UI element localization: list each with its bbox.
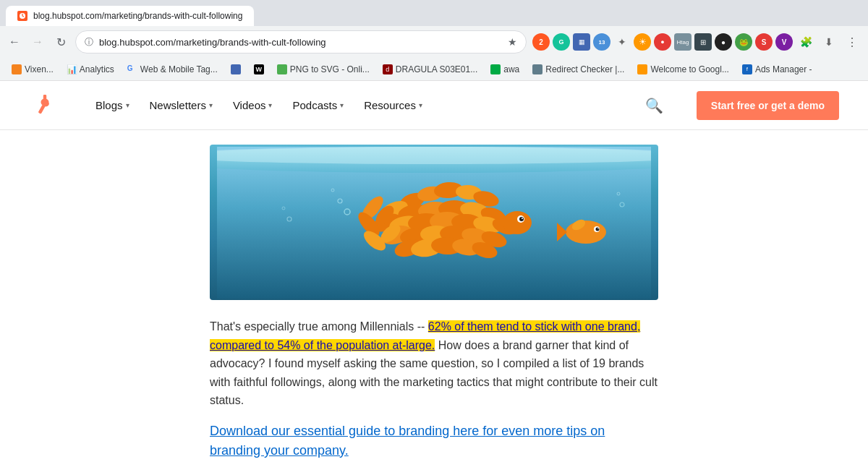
nav-resources[interactable]: Resources ▾ bbox=[355, 93, 431, 117]
site-wrapper: Blogs ▾ Newsletters ▾ Videos ▾ Podcasts … bbox=[0, 81, 868, 475]
nav-newsletters[interactable]: Newsletters ▾ bbox=[141, 93, 221, 117]
address-text: blog.hubspot.com/marketing/brands-with-c… bbox=[99, 37, 502, 48]
ext-grammarly-icon[interactable]: G bbox=[553, 33, 570, 51]
bookmark-favicon bbox=[12, 64, 22, 74]
tab-favicon bbox=[17, 11, 27, 21]
ext-hubspot-icon[interactable]: 2 bbox=[532, 33, 550, 51]
active-tab[interactable]: blog.hubspot.com/marketing/brands-with-c… bbox=[6, 6, 254, 26]
svg-point-48 bbox=[597, 228, 599, 229]
nav-podcasts-label: Podcasts bbox=[292, 99, 337, 111]
nav-resources-label: Resources bbox=[364, 99, 416, 111]
ext-shield-icon[interactable]: 13 bbox=[593, 33, 610, 51]
png-favicon bbox=[277, 64, 287, 74]
cta-button[interactable]: Start free or get a demo bbox=[697, 91, 839, 120]
ext-sun-icon[interactable]: ☀ bbox=[634, 33, 651, 51]
bookmark-google-tag[interactable]: G Web & Mobile Tag... bbox=[122, 61, 224, 78]
videos-chevron-icon: ▾ bbox=[268, 101, 272, 109]
bookmark-redirect[interactable]: Redirect Checker |... bbox=[527, 61, 630, 78]
bookmark-awa[interactable]: awa bbox=[485, 61, 525, 78]
tab-bar: blog.hubspot.com/marketing/brands-with-c… bbox=[0, 0, 868, 26]
fish-illustration bbox=[217, 147, 651, 299]
bookmark-ads-manager-label: Ads Manager - bbox=[755, 64, 812, 74]
bookmark-w[interactable]: W bbox=[248, 61, 270, 78]
bookmark-ads-manager[interactable]: f Ads Manager - bbox=[736, 61, 818, 78]
bookmark-google-label: Web & Mobile Tag... bbox=[140, 64, 218, 74]
bookmark-blue-square[interactable] bbox=[225, 61, 247, 78]
header-search-button[interactable]: 🔍 bbox=[642, 93, 668, 119]
svg-point-41 bbox=[519, 217, 524, 221]
ext-red-icon[interactable]: ● bbox=[654, 33, 671, 51]
download-guide-link[interactable]: Download our essential guide to branding… bbox=[210, 421, 658, 461]
bookmark-star-icon[interactable]: ★ bbox=[508, 36, 517, 48]
bookmark-welcome-google[interactable]: Welcome to Googl... bbox=[631, 61, 735, 78]
svg-point-47 bbox=[596, 227, 600, 231]
search-icon: 🔍 bbox=[645, 97, 663, 114]
svg-point-4 bbox=[217, 147, 651, 164]
bookmark-analytics[interactable]: 📊 Analytics bbox=[61, 61, 120, 78]
toolbar-icons: 2 G ▦ 13 ✦ ☀ ● Htag ⊞ bbox=[532, 32, 862, 52]
ext-v-icon[interactable]: V bbox=[775, 33, 793, 51]
reload-button[interactable]: ↻ bbox=[52, 33, 69, 51]
bookmarks-bar: Vixen... 📊 Analytics G Web & Mobile Tag.… bbox=[0, 58, 868, 81]
ext-star-icon[interactable]: ✦ bbox=[613, 33, 631, 51]
fish-image bbox=[210, 145, 658, 300]
bookmark-vixen[interactable]: Vixen... bbox=[6, 61, 59, 78]
w-favicon: W bbox=[254, 64, 264, 74]
google-favicon: G bbox=[127, 64, 137, 74]
ext-s-icon[interactable]: S bbox=[755, 33, 773, 51]
ext-monitor-icon[interactable]: ⊞ bbox=[694, 33, 712, 51]
blogs-chevron-icon: ▾ bbox=[126, 101, 129, 109]
bookmark-label: Vixen... bbox=[25, 64, 54, 74]
article-paragraph: That's especially true among Millennials… bbox=[210, 317, 658, 410]
ads-manager-favicon: f bbox=[742, 64, 752, 74]
ext-frog-icon[interactable]: 🐸 bbox=[735, 33, 752, 51]
nav-blogs[interactable]: Blogs ▾ bbox=[87, 93, 138, 117]
browser-chrome: blog.hubspot.com/marketing/brands-with-c… bbox=[0, 0, 868, 81]
svg-point-39 bbox=[503, 211, 532, 234]
svg-point-1 bbox=[43, 100, 48, 104]
newsletters-chevron-icon: ▾ bbox=[209, 101, 213, 109]
podcasts-chevron-icon: ▾ bbox=[340, 101, 344, 109]
ext-circle-icon[interactable]: ● bbox=[715, 33, 732, 51]
ext-blue-icon[interactable]: ▦ bbox=[573, 33, 590, 51]
main-content: That's especially true among Millennials… bbox=[181, 130, 687, 461]
hubspot-logo-svg bbox=[30, 92, 57, 119]
lock-icon: ⓘ bbox=[85, 36, 93, 48]
site-nav: Blogs ▾ Newsletters ▾ Videos ▾ Podcasts … bbox=[87, 93, 613, 117]
forward-button[interactable]: → bbox=[29, 33, 46, 51]
nav-blogs-label: Blogs bbox=[95, 99, 123, 111]
welcome-google-favicon bbox=[637, 64, 647, 74]
bookmark-welcome-label: Welcome to Googl... bbox=[650, 64, 729, 74]
resources-chevron-icon: ▾ bbox=[419, 101, 422, 109]
analytics-favicon: 📊 bbox=[67, 64, 77, 74]
tab-title: blog.hubspot.com/marketing/brands-with-c… bbox=[33, 11, 242, 21]
redirect-favicon bbox=[532, 64, 542, 74]
hubspot-logo[interactable] bbox=[29, 91, 58, 120]
nav-podcasts[interactable]: Podcasts ▾ bbox=[284, 93, 352, 117]
bookmark-redirect-label: Redirect Checker |... bbox=[545, 64, 624, 74]
bookmark-png[interactable]: PNG to SVG - Onli... bbox=[271, 61, 375, 78]
nav-newsletters-label: Newsletters bbox=[150, 99, 206, 111]
nav-videos-label: Videos bbox=[233, 99, 266, 111]
back-button[interactable]: ← bbox=[6, 33, 23, 51]
bookmark-awa-label: awa bbox=[503, 64, 519, 74]
bookmark-dragula-label: DRAGULA S03E01... bbox=[396, 64, 477, 74]
svg-point-43 bbox=[566, 221, 606, 244]
bookmark-dragula[interactable]: d DRAGULA S03E01... bbox=[377, 61, 483, 78]
ext-puzzle-icon[interactable]: 🧩 bbox=[796, 32, 816, 52]
address-bar[interactable]: ⓘ blog.hubspot.com/marketing/brands-with… bbox=[75, 30, 527, 54]
svg-point-42 bbox=[522, 218, 523, 219]
hubspot-header: Blogs ▾ Newsletters ▾ Videos ▾ Podcasts … bbox=[0, 81, 868, 130]
blue-square-favicon bbox=[231, 64, 241, 74]
download-icon[interactable]: ⬇ bbox=[819, 32, 839, 52]
nav-videos[interactable]: Videos ▾ bbox=[224, 93, 281, 117]
paragraph-before-text: That's especially true among Millennials… bbox=[210, 320, 425, 333]
address-bar-row: ← → ↻ ⓘ blog.hubspot.com/marketing/brand… bbox=[0, 26, 868, 58]
awa-favicon bbox=[490, 64, 501, 74]
bookmark-analytics-label: Analytics bbox=[80, 64, 114, 74]
ext-tag-icon[interactable]: Htag bbox=[674, 33, 692, 51]
dragula-favicon: d bbox=[383, 64, 393, 74]
menu-icon[interactable]: ⋮ bbox=[842, 32, 862, 52]
bookmark-png-label: PNG to SVG - Onli... bbox=[290, 64, 370, 74]
